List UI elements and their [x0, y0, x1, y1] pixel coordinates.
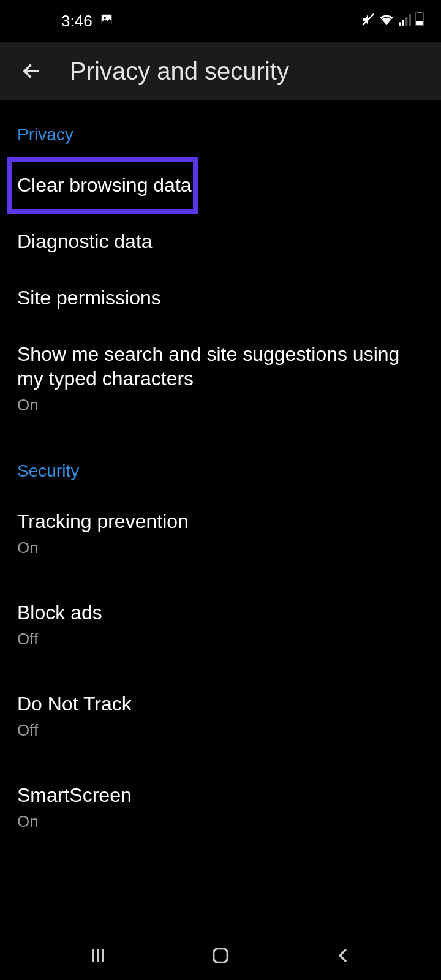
item-title: Site permissions: [17, 285, 424, 310]
item-status: Off: [17, 721, 424, 740]
mute-icon: [361, 12, 375, 31]
battery-icon: [415, 12, 424, 31]
item-do-not-track[interactable]: Do Not Track Off: [0, 676, 441, 756]
svg-rect-5: [405, 17, 407, 25]
settings-content: Privacy Clear browsing data Diagnostic d…: [0, 100, 441, 847]
app-bar: Privacy and security: [0, 42, 441, 100]
status-time: 3:46: [61, 12, 92, 31]
page-title: Privacy and security: [70, 58, 289, 85]
item-title: Do Not Track: [17, 692, 424, 716]
signal-icon: [398, 12, 412, 31]
svg-rect-6: [409, 14, 411, 26]
item-clear-browsing-data[interactable]: Clear browsing data: [0, 157, 441, 213]
item-status: On: [17, 538, 424, 557]
chevron-left-icon: [335, 946, 351, 965]
item-title: Block ads: [17, 600, 424, 625]
item-status: On: [17, 396, 424, 415]
item-smartscreen[interactable]: SmartScreen On: [0, 767, 441, 847]
system-nav-bar: [0, 931, 441, 980]
arrow-left-icon: [21, 60, 43, 82]
nav-recents-button[interactable]: [80, 937, 116, 974]
svg-rect-9: [417, 21, 423, 25]
item-title: Tracking prevention: [17, 509, 424, 533]
recents-icon: [89, 946, 107, 965]
status-right: [361, 12, 424, 31]
svg-rect-14: [214, 949, 228, 963]
item-title: Clear browsing data: [17, 173, 424, 197]
nav-home-button[interactable]: [202, 937, 239, 974]
nav-back-button[interactable]: [325, 937, 361, 974]
item-title: Diagnostic data: [17, 229, 424, 254]
section-header-privacy: Privacy: [0, 119, 441, 157]
home-icon: [210, 945, 231, 966]
item-status: On: [17, 812, 424, 831]
status-left: 3:46: [61, 12, 113, 31]
item-title: Show me search and site suggestions usin…: [17, 342, 424, 391]
item-title: SmartScreen: [17, 783, 424, 807]
wifi-icon: [379, 12, 394, 31]
item-block-ads[interactable]: Block ads Off: [0, 584, 441, 665]
screenshot-icon: [100, 12, 113, 31]
svg-rect-3: [399, 22, 401, 26]
svg-rect-4: [402, 20, 404, 26]
svg-point-1: [104, 17, 106, 19]
section-header-security: Security: [0, 455, 441, 493]
item-status: Off: [17, 630, 424, 649]
status-bar: 3:46: [0, 0, 441, 42]
item-site-permissions[interactable]: Site permissions: [0, 270, 441, 326]
item-tracking-prevention[interactable]: Tracking prevention On: [0, 493, 441, 573]
back-button[interactable]: [18, 58, 45, 85]
item-search-suggestions[interactable]: Show me search and site suggestions usin…: [0, 326, 441, 431]
item-diagnostic-data[interactable]: Diagnostic data: [0, 213, 441, 270]
